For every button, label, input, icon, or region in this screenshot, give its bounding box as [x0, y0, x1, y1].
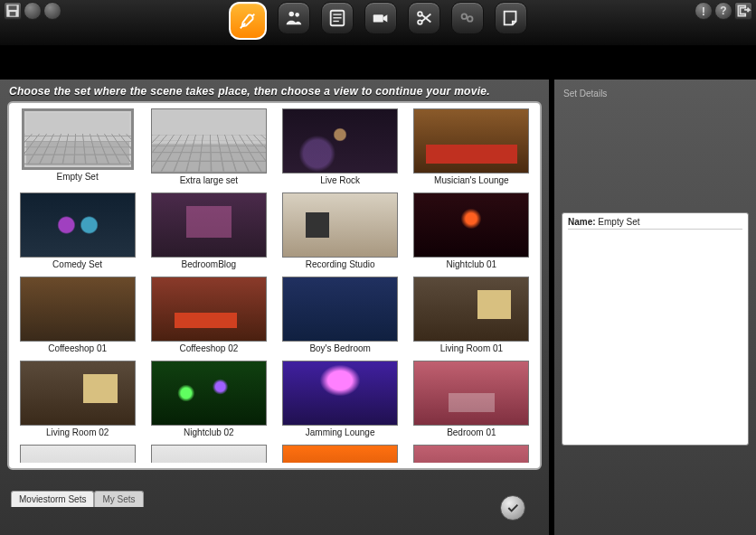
set-label: Boy's Bedroom	[309, 343, 371, 353]
save-icon[interactable]	[4, 2, 22, 20]
set-browser-pane: Choose the set where the scene takes pla…	[0, 80, 549, 535]
set-item[interactable]	[409, 445, 534, 463]
help-icon[interactable]: ?	[714, 2, 732, 20]
set-item[interactable]: Live Rock	[278, 108, 403, 185]
check-icon	[506, 501, 520, 515]
set-label: Living Room 01	[440, 343, 503, 353]
set-thumbnail	[20, 445, 136, 463]
set-item[interactable]: Extra large set	[146, 108, 271, 185]
name-value: Empty Set	[598, 217, 639, 227]
set-label: Comedy Set	[52, 259, 102, 269]
main-tool-buttons	[61, 2, 695, 40]
set-item[interactable]: Boy's Bedroom	[278, 277, 403, 353]
set-thumbnail	[151, 277, 267, 342]
main-area: Choose the set where the scene takes pla…	[0, 80, 756, 535]
window-controls	[4, 2, 61, 20]
set-thumbnail	[20, 361, 136, 426]
set-label: BedroomBlog	[182, 259, 237, 269]
set-label: Extra large set	[180, 175, 238, 185]
set-label: Live Rock	[320, 175, 360, 185]
svg-rect-9	[373, 14, 383, 22]
alert-icon[interactable]: !	[695, 2, 713, 20]
set-item[interactable]	[278, 445, 403, 463]
svg-point-4	[295, 13, 299, 17]
set-item[interactable]: Recording Studio	[278, 192, 403, 269]
set-item[interactable]	[14, 445, 140, 463]
set-details-box: Name: Empty Set	[562, 212, 749, 446]
set-item[interactable]: Coffeeshop 02	[146, 277, 271, 353]
svg-rect-1	[9, 5, 17, 10]
set-thumbnail	[20, 277, 136, 342]
svg-rect-2	[10, 12, 16, 16]
tab-bar: Moviestorm Sets My Sets	[11, 490, 144, 506]
set-label: Empty Set	[57, 172, 99, 182]
set-gallery: Empty SetExtra large setLive RockMusicia…	[14, 108, 534, 463]
set-label: Bedroom 01	[447, 427, 496, 437]
set-item[interactable]: Bedroom 01	[409, 361, 534, 437]
set-thumbnail	[413, 192, 529, 258]
instruction-text: Choose the set where the scene takes pla…	[0, 80, 549, 101]
set-item[interactable]: Musician's Lounge	[409, 108, 534, 185]
set-gallery-container: Empty SetExtra large setLive RockMusicia…	[7, 101, 542, 470]
set-item[interactable]: Coffeeshop 01	[14, 277, 140, 353]
set-item[interactable]: Empty Set	[14, 108, 140, 185]
set-item[interactable]: BedroomBlog	[146, 192, 271, 269]
help-buttons: ! ?	[695, 2, 752, 20]
set-label: Nightclub 02	[184, 427, 234, 437]
effects-button[interactable]	[451, 2, 484, 34]
set-item[interactable]: Nightclub 02	[146, 361, 271, 437]
svg-rect-8	[333, 21, 338, 22]
set-thumbnail	[282, 108, 398, 174]
cut-button[interactable]	[408, 2, 440, 34]
set-item[interactable]	[146, 445, 271, 463]
top-toolbar: ! ?	[0, 0, 756, 45]
characters-button[interactable]	[278, 2, 310, 34]
svg-point-13	[468, 16, 473, 22]
set-thumbnail	[22, 108, 134, 170]
set-label: Coffeeshop 01	[48, 343, 107, 353]
set-thumbnail	[151, 108, 267, 174]
notes-button[interactable]	[495, 2, 527, 34]
set-thumbnail	[413, 361, 529, 426]
black-spacer	[0, 45, 756, 80]
set-thumbnail	[20, 192, 136, 258]
set-thumbnail	[282, 445, 398, 463]
set-thumbnail	[282, 361, 398, 426]
exit-icon[interactable]	[734, 2, 752, 20]
name-label: Name:	[568, 217, 596, 227]
set-label: Recording Studio	[306, 259, 375, 269]
set-thumbnail	[282, 192, 398, 258]
set-thumbnail	[151, 192, 267, 258]
set-item[interactable]: Comedy Set	[14, 192, 140, 269]
svg-point-3	[289, 12, 295, 17]
set-label: Coffeeshop 02	[179, 343, 238, 353]
set-details-title: Set Details	[562, 83, 749, 104]
tools-button[interactable]	[229, 2, 267, 40]
window-button-2[interactable]	[43, 2, 61, 20]
set-label: Jamming Lounge	[306, 427, 375, 437]
svg-rect-6	[333, 14, 341, 14]
tab-moviestorm-sets[interactable]: Moviestorm Sets	[11, 491, 94, 507]
set-thumbnail	[151, 445, 267, 463]
set-label: Nightclub 01	[447, 259, 497, 269]
script-button[interactable]	[321, 2, 354, 34]
set-thumbnail	[151, 361, 267, 426]
set-item[interactable]: Living Room 01	[409, 277, 534, 353]
set-thumbnail	[413, 445, 529, 463]
camera-button[interactable]	[364, 2, 397, 34]
set-details-pane: Set Details Name: Empty Set	[554, 80, 756, 535]
set-label: Musician's Lounge	[434, 175, 509, 185]
set-item[interactable]: Nightclub 01	[409, 192, 534, 269]
set-gallery-scroll[interactable]: Empty SetExtra large setLive RockMusicia…	[14, 108, 534, 463]
set-thumbnail	[413, 108, 529, 174]
set-label: Living Room 02	[46, 427, 109, 437]
svg-point-12	[462, 14, 467, 19]
set-thumbnail	[413, 277, 529, 342]
set-thumbnail	[282, 277, 398, 342]
svg-rect-7	[333, 17, 341, 18]
tab-my-sets[interactable]: My Sets	[94, 491, 143, 507]
confirm-button[interactable]	[500, 495, 525, 521]
set-item[interactable]: Jamming Lounge	[278, 361, 403, 437]
window-button-1[interactable]	[24, 2, 42, 20]
set-item[interactable]: Living Room 02	[14, 361, 140, 437]
